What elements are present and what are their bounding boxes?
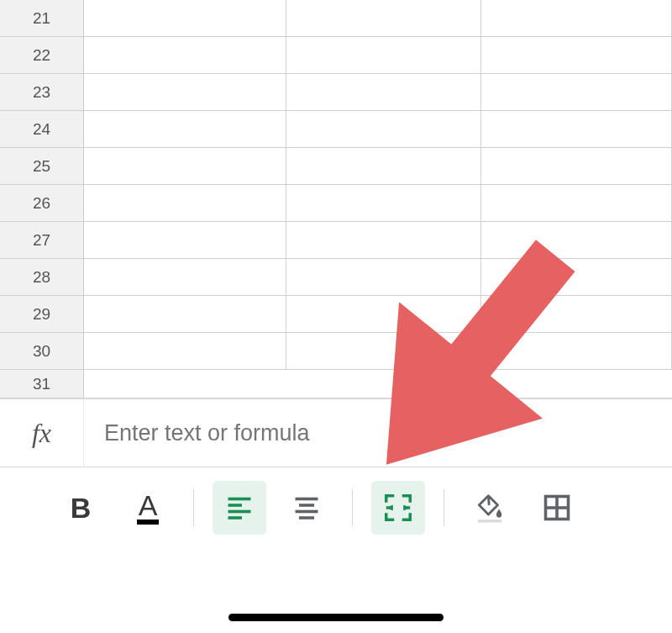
grid-row: 31 <box>0 370 672 398</box>
fx-label: fx <box>0 399 84 467</box>
grid-row: 26 <box>0 185 672 222</box>
cell[interactable] <box>481 185 672 221</box>
cell[interactable] <box>84 74 286 110</box>
cell[interactable] <box>84 259 286 295</box>
row-header[interactable]: 29 <box>0 296 84 332</box>
grid-row: 27 <box>0 222 672 259</box>
cell[interactable] <box>286 74 481 110</box>
merge-cells-button[interactable] <box>371 481 425 535</box>
cell[interactable] <box>481 0 672 36</box>
cell[interactable] <box>286 185 481 221</box>
borders-button[interactable] <box>530 481 584 535</box>
row-header[interactable]: 27 <box>0 222 84 258</box>
cell[interactable] <box>481 222 672 258</box>
cell[interactable] <box>286 0 481 36</box>
align-center-icon <box>291 493 322 523</box>
format-toolbar: B A <box>0 467 672 548</box>
cell[interactable] <box>84 296 286 332</box>
fill-color-button[interactable] <box>463 481 517 535</box>
row-header[interactable]: 24 <box>0 111 84 147</box>
grid-row: 22 <box>0 37 672 74</box>
grid-row: 25 <box>0 148 672 185</box>
cell[interactable] <box>84 370 286 398</box>
cell[interactable] <box>286 370 481 398</box>
text-color-button[interactable]: A <box>121 481 175 535</box>
merge-cells-icon <box>382 492 414 524</box>
cell[interactable] <box>481 259 672 295</box>
row-header[interactable]: 21 <box>0 0 84 36</box>
svg-rect-11 <box>478 520 502 522</box>
cell[interactable] <box>481 74 672 110</box>
cell[interactable] <box>286 37 481 73</box>
divider <box>352 489 353 526</box>
cell[interactable] <box>286 222 481 258</box>
cell[interactable] <box>84 0 286 36</box>
grid-row: 30 <box>0 333 672 370</box>
cell[interactable] <box>286 259 481 295</box>
home-indicator[interactable] <box>228 614 444 621</box>
bold-button[interactable]: B <box>54 481 108 535</box>
cell[interactable] <box>84 222 286 258</box>
text-color-icon: A <box>137 491 160 525</box>
align-left-button[interactable] <box>213 481 266 535</box>
cell[interactable] <box>84 37 286 73</box>
cell[interactable] <box>286 296 481 332</box>
align-left-icon <box>224 493 255 523</box>
fill-color-icon <box>474 492 506 524</box>
row-header[interactable]: 25 <box>0 148 84 184</box>
row-header[interactable]: 26 <box>0 185 84 221</box>
cell[interactable] <box>481 296 672 332</box>
cell[interactable] <box>286 111 481 147</box>
cell[interactable] <box>286 333 481 369</box>
row-header[interactable]: 22 <box>0 37 84 73</box>
svg-line-10 <box>488 496 489 505</box>
cell[interactable] <box>84 148 286 184</box>
cell[interactable] <box>481 111 672 147</box>
row-header[interactable]: 28 <box>0 259 84 295</box>
cell[interactable] <box>84 333 286 369</box>
bold-icon: B <box>71 492 92 525</box>
borders-icon <box>542 493 572 523</box>
cell[interactable] <box>481 37 672 73</box>
grid-row: 29 <box>0 296 672 333</box>
row-header[interactable]: 31 <box>0 370 84 398</box>
cell[interactable] <box>286 148 481 184</box>
cell[interactable] <box>481 148 672 184</box>
grid-row: 24 <box>0 111 672 148</box>
grid-row: 28 <box>0 259 672 296</box>
align-center-button[interactable] <box>280 481 333 535</box>
formula-bar: fx <box>0 398 672 467</box>
divider <box>193 489 194 526</box>
formula-input[interactable] <box>84 399 672 467</box>
cell[interactable] <box>84 185 286 221</box>
spreadsheet-grid[interactable]: 21 22 23 24 25 26 27 28 <box>0 0 672 398</box>
cell[interactable] <box>481 333 672 369</box>
divider <box>444 489 444 526</box>
cell[interactable] <box>481 370 672 398</box>
grid-row: 23 <box>0 74 672 111</box>
row-header[interactable]: 23 <box>0 74 84 110</box>
row-header[interactable]: 30 <box>0 333 84 369</box>
cell[interactable] <box>84 111 286 147</box>
grid-row: 21 <box>0 0 672 37</box>
